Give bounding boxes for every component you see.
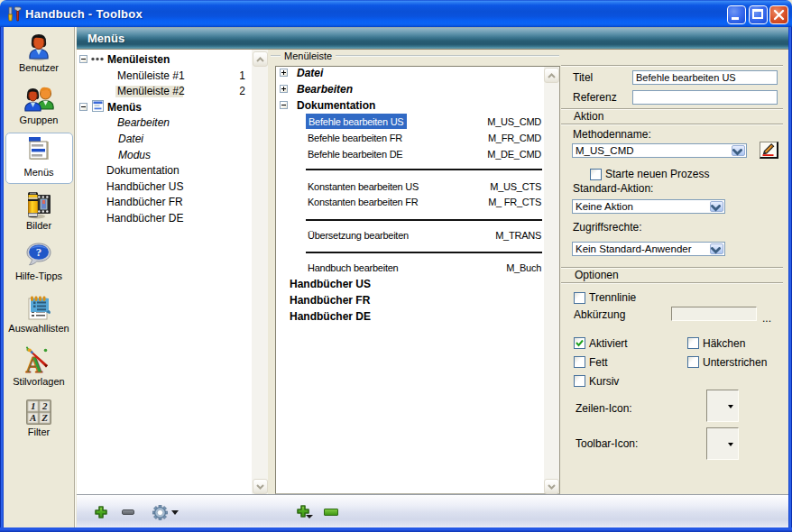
- svg-text:?: ?: [36, 245, 42, 259]
- svg-text:Z: Z: [41, 412, 48, 423]
- svg-text:2: 2: [41, 400, 48, 411]
- svg-text:A: A: [29, 412, 36, 423]
- svg-text:1: 1: [31, 400, 36, 411]
